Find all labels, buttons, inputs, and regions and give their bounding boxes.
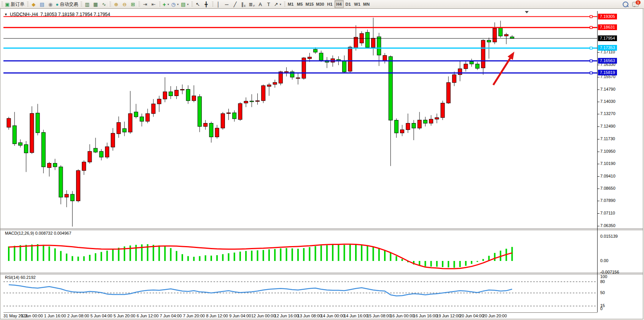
- tf-w1-button[interactable]: W1: [353, 0, 362, 8]
- chat-icon[interactable]: 1: [632, 2, 639, 7]
- annotation-arrow: [493, 55, 512, 85]
- price-axis-label: 7.14790: [600, 87, 615, 91]
- candle-body: [123, 129, 126, 132]
- axis-tick: [598, 65, 599, 65]
- search-icon[interactable]: [623, 2, 628, 7]
- axis-tick: [598, 152, 599, 152]
- candle-body: [441, 103, 445, 118]
- zoom-out-button[interactable]: ⊖: [120, 0, 129, 8]
- horizontal-line-button[interactable]: ─: [223, 0, 231, 8]
- time-axis-label: 5 Jun 04:00: [90, 314, 112, 318]
- candle-body: [499, 28, 502, 36]
- tf-m5-button[interactable]: M5: [295, 0, 304, 8]
- time-axis-label: 19 Jun 12:00: [436, 314, 461, 318]
- candle-body: [180, 90, 184, 90]
- candle-body: [30, 114, 34, 153]
- trendline-button[interactable]: ╱: [231, 0, 239, 8]
- tf-d1-button[interactable]: D1: [344, 0, 353, 8]
- toolbar-right: 1: [623, 2, 644, 7]
- rsi-canvas[interactable]: [3, 274, 597, 312]
- autotrading-button[interactable]: ●自动交易: [54, 0, 79, 8]
- tf-h1-label: H1: [327, 2, 333, 6]
- profiles-button[interactable]: ▤: [38, 0, 46, 8]
- time-axis[interactable]: 31 May 20231 Jun 00:001 Jun 16:002 Jun 0…: [3, 312, 597, 320]
- fibonacci-button[interactable]: ≣F: [248, 0, 256, 8]
- line-chart-mode-button[interactable]: ∿: [100, 0, 108, 8]
- candle-body: [348, 47, 352, 72]
- tile-windows-button[interactable]: ⊞: [129, 0, 137, 8]
- candle-body: [504, 34, 508, 36]
- ohlc-values: 7.18053 7.18158 7.17954 7.17954: [40, 12, 110, 17]
- arrows-tool-button[interactable]: ↗▾: [273, 0, 282, 8]
- time-axis-label: 16 Jun 16:00: [413, 314, 438, 318]
- macd-indicator-label: MACD(12,26,9) 0.008732 0.004967: [5, 231, 71, 235]
- tf-m15-button[interactable]: M15: [304, 0, 315, 8]
- vertical-line-button[interactable]: │: [214, 0, 223, 8]
- tf-mn-button[interactable]: MN: [362, 0, 371, 8]
- price-badge: 7.16563: [598, 58, 617, 64]
- candle-body: [65, 194, 69, 197]
- new-order-button[interactable]: ▣新订单: [4, 0, 26, 8]
- auto-scroll-button[interactable]: ⇥: [141, 0, 149, 8]
- time-axis-label: 7 Jun 04:00: [160, 314, 182, 318]
- candle-body: [36, 113, 40, 133]
- tf-m30-button[interactable]: M30: [315, 0, 325, 8]
- axis-tick: [598, 201, 599, 201]
- template-icon: ▤: [181, 2, 185, 7]
- templates-button[interactable]: ▤▾: [180, 0, 190, 8]
- text-label-button[interactable]: T: [265, 0, 273, 8]
- candle-body: [227, 113, 231, 114]
- candlestick-mode-button[interactable]: ▦: [91, 0, 100, 8]
- crosshair-button[interactable]: ╋: [202, 0, 210, 8]
- indicators-button[interactable]: +▾: [161, 0, 170, 8]
- bar-chart-mode-button[interactable]: ▥: [83, 0, 91, 8]
- chart-wizard-button[interactable]: ◆: [29, 0, 38, 8]
- candle-body: [146, 114, 150, 121]
- tf-m1-button[interactable]: M1: [286, 0, 295, 8]
- equidistant-channel-button[interactable]: ∥E: [239, 0, 248, 8]
- tf-m30-label: M30: [316, 2, 324, 6]
- autotrading-label: 自动交易: [60, 1, 78, 8]
- axis-tick: [598, 90, 599, 90]
- time-axis-label: 9 Jun 04:00: [229, 314, 251, 318]
- chart-end-marker-icon: [525, 11, 529, 15]
- zoom-in-button[interactable]: ⊕: [112, 0, 120, 8]
- main-chart-canvas[interactable]: [3, 11, 597, 228]
- price-axis-label: 7.11730: [600, 136, 615, 141]
- main-toolbar: ▣新订单◆▤◉●自动交易▥▦∿⊕⊖⊞⇥⇤+▾◷▾▤▾↖╋│─╱∥E≣FAT↗▾M…: [0, 0, 644, 9]
- collapse-one-click-icon[interactable]: ▼: [4, 13, 8, 16]
- candle-body: [47, 163, 51, 168]
- toolbar-grip: [211, 2, 214, 7]
- tf-h1-button[interactable]: H1: [325, 0, 335, 8]
- chart-shift-button[interactable]: ⇤: [149, 0, 158, 8]
- rsi-axis-label: 50: [600, 290, 605, 295]
- horizontal-line-icon: ─: [225, 2, 228, 7]
- candle-body: [221, 114, 225, 128]
- chart-title: ▼ USDCNH-,H4 7.18053 7.18158 7.17954 7.1…: [4, 12, 110, 17]
- line-anchor-handle: [590, 60, 592, 62]
- auto-scroll-icon: ⇥: [143, 2, 147, 7]
- candle-body: [134, 112, 138, 117]
- text-button[interactable]: A: [256, 0, 265, 8]
- tf-w1-label: W1: [354, 2, 360, 6]
- cursor-button[interactable]: ↖: [194, 0, 202, 8]
- time-axis-label: 2 Jun 08:00: [67, 314, 89, 318]
- candle-body: [487, 40, 491, 42]
- candle-body: [7, 118, 11, 127]
- channel-icon-sub: E: [244, 5, 246, 7]
- axis-tick: [598, 213, 599, 214]
- price-axis-label: 7.14030: [600, 99, 615, 104]
- price-axis-line: [597, 11, 598, 312]
- toolbar-group: │─╱∥E≣FAT↗▾: [214, 0, 282, 8]
- tf-h4-button[interactable]: H4: [335, 0, 344, 8]
- periods-button[interactable]: ◷▾: [170, 0, 180, 8]
- candle-body: [418, 120, 421, 128]
- toolbar-group: ↖╋: [194, 0, 210, 8]
- cursor-arrow-icon: ↖: [196, 2, 200, 7]
- candle-body: [273, 82, 277, 84]
- macd-canvas[interactable]: [3, 230, 597, 273]
- signals-button[interactable]: ◉: [46, 0, 54, 8]
- fibonacci-icon: ≣: [249, 2, 253, 7]
- time-axis-label: 8 Jun 12:00: [206, 314, 228, 318]
- time-axis-label: 6 Jun 12:00: [137, 314, 159, 318]
